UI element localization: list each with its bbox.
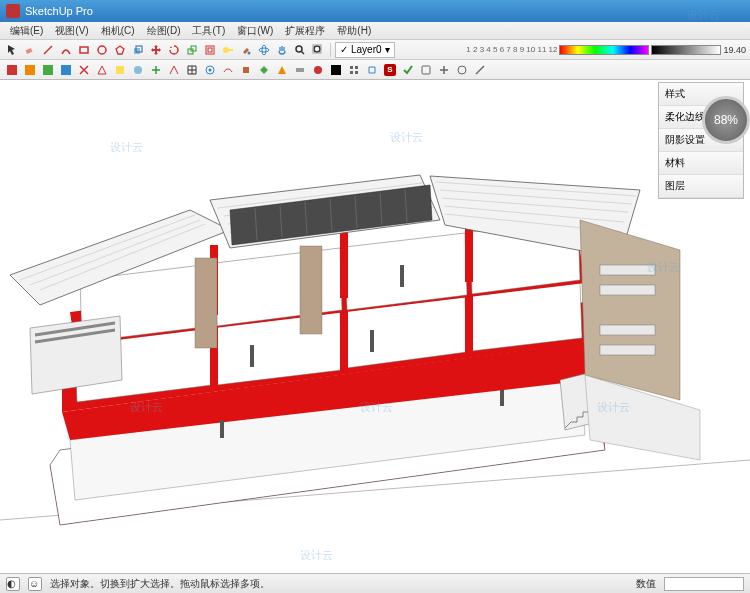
svg-rect-55 xyxy=(340,230,348,298)
eraser-tool[interactable] xyxy=(22,42,38,58)
menu-draw[interactable]: 绘图(D) xyxy=(141,24,187,38)
svg-marker-20 xyxy=(98,66,106,74)
plugin-icon-12[interactable] xyxy=(202,62,218,78)
plugin-icon-4[interactable] xyxy=(58,62,74,78)
plugin-icon-10[interactable] xyxy=(166,62,182,78)
app-title: SketchUp Pro xyxy=(25,5,93,17)
svg-rect-12 xyxy=(228,49,233,51)
status-label-right: 数值 xyxy=(636,577,656,591)
svg-rect-57 xyxy=(195,258,217,348)
scale-tool[interactable] xyxy=(184,42,200,58)
polygon-tool[interactable] xyxy=(112,42,128,58)
line-tool[interactable] xyxy=(40,42,56,58)
model-drawing xyxy=(0,80,750,573)
rectangle-tool[interactable] xyxy=(76,42,92,58)
plugin-icon-3[interactable] xyxy=(40,62,56,78)
svg-rect-79 xyxy=(600,265,655,275)
plugin-icon-9[interactable] xyxy=(148,62,164,78)
titlebar: SketchUp Pro xyxy=(0,0,750,22)
viewport-3d[interactable] xyxy=(0,80,750,573)
toolbar-primary: ✓ Layer0 ▾ 1 2 3 4 5 6 7 8 9 10 11 12 19… xyxy=(0,40,750,60)
select-tool[interactable] xyxy=(4,42,20,58)
progress-value: 88% xyxy=(714,113,738,127)
plugin-icon-20[interactable] xyxy=(346,62,362,78)
plugin-icon-5[interactable] xyxy=(76,62,92,78)
plugin-icon-25[interactable] xyxy=(436,62,452,78)
plugin-icon-14[interactable] xyxy=(238,62,254,78)
status-icon-user[interactable]: ☺ xyxy=(28,577,42,591)
svg-point-13 xyxy=(248,51,251,54)
plugin-icon-sketchup[interactable]: S xyxy=(382,62,398,78)
plugin-icon-11[interactable] xyxy=(184,62,200,78)
plugin-icon-21[interactable] xyxy=(364,62,380,78)
menubar: 编辑(E) 视图(V) 相机(C) 绘图(D) 工具(T) 窗口(W) 扩展程序… xyxy=(0,22,750,40)
tray-row-materials[interactable]: 材料 xyxy=(659,152,743,175)
svg-rect-21 xyxy=(116,66,124,74)
zoom-extents-tool[interactable] xyxy=(310,42,326,58)
plugin-icon-24[interactable] xyxy=(418,62,434,78)
menu-help[interactable]: 帮助(H) xyxy=(331,24,377,38)
plugin-icon-23[interactable] xyxy=(400,62,416,78)
rotate-tool[interactable] xyxy=(166,42,182,58)
measurement-input[interactable] xyxy=(664,577,744,591)
svg-point-29 xyxy=(458,66,466,74)
svg-point-27 xyxy=(314,66,322,74)
statusbar: ◐ ☺ 选择对象。切换到扩大选择。拖动鼠标选择多项。 数值 xyxy=(0,573,750,593)
plugin-icon-1[interactable] xyxy=(4,62,20,78)
paint-tool[interactable] xyxy=(238,42,254,58)
pushpull-tool[interactable] xyxy=(130,42,146,58)
offset-tool[interactable] xyxy=(202,42,218,58)
plugin-icon-18[interactable] xyxy=(310,62,326,78)
svg-point-24 xyxy=(209,68,212,71)
svg-rect-26 xyxy=(296,68,304,72)
plugin-icon-15[interactable] xyxy=(256,62,272,78)
svg-rect-58 xyxy=(300,246,322,334)
menu-view[interactable]: 视图(V) xyxy=(49,24,94,38)
menu-extensions[interactable]: 扩展程序 xyxy=(279,24,331,38)
plugin-icon-27[interactable] xyxy=(472,62,488,78)
svg-rect-81 xyxy=(600,325,655,335)
tray-row-layers[interactable]: 图层 xyxy=(659,175,743,198)
tape-tool[interactable] xyxy=(220,42,236,58)
plugin-icon-6[interactable] xyxy=(94,62,110,78)
plugin-icon-2[interactable] xyxy=(22,62,38,78)
svg-rect-25 xyxy=(243,67,249,73)
grayscale-slider[interactable] xyxy=(651,45,721,55)
plugin-icon-8[interactable] xyxy=(130,62,146,78)
svg-rect-80 xyxy=(600,285,655,295)
progress-ring: 88% xyxy=(702,96,750,144)
plugin-icon-13[interactable] xyxy=(220,62,236,78)
svg-point-22 xyxy=(134,66,142,74)
plugin-icon-7[interactable] xyxy=(112,62,128,78)
svg-marker-78 xyxy=(580,220,680,400)
svg-rect-28 xyxy=(422,66,430,74)
svg-rect-48 xyxy=(370,330,374,352)
orbit-tool[interactable] xyxy=(256,42,272,58)
spectrum-ticks: 1 2 3 4 5 6 7 8 9 10 11 12 xyxy=(466,45,557,54)
status-icon-info[interactable]: ◐ xyxy=(6,577,20,591)
menu-window[interactable]: 窗口(W) xyxy=(231,24,279,38)
arc-tool[interactable] xyxy=(58,42,74,58)
color-spectrum[interactable] xyxy=(559,45,649,55)
circle-tool[interactable] xyxy=(94,42,110,58)
plugin-icon-17[interactable] xyxy=(292,62,308,78)
svg-point-3 xyxy=(98,46,106,54)
menu-camera[interactable]: 相机(C) xyxy=(95,24,141,38)
plugin-icon-16[interactable] xyxy=(274,62,290,78)
plugin-icon-26[interactable] xyxy=(454,62,470,78)
plugin-icon-19[interactable] xyxy=(328,62,344,78)
menu-tools[interactable]: 工具(T) xyxy=(186,24,231,38)
svg-line-1 xyxy=(44,46,52,54)
move-tool[interactable] xyxy=(148,42,164,58)
layer-selector[interactable]: ✓ Layer0 ▾ xyxy=(335,42,395,58)
app-icon xyxy=(6,4,20,18)
toolbar-secondary: S xyxy=(0,60,750,80)
svg-rect-10 xyxy=(208,48,212,52)
pan-tool[interactable] xyxy=(274,42,290,58)
menu-edit[interactable]: 编辑(E) xyxy=(4,24,49,38)
svg-rect-36 xyxy=(220,420,224,438)
layer-visible-check[interactable]: ✓ xyxy=(340,44,348,55)
svg-line-17 xyxy=(301,51,304,54)
zoom-tool[interactable] xyxy=(292,42,308,58)
svg-rect-37 xyxy=(500,390,504,406)
